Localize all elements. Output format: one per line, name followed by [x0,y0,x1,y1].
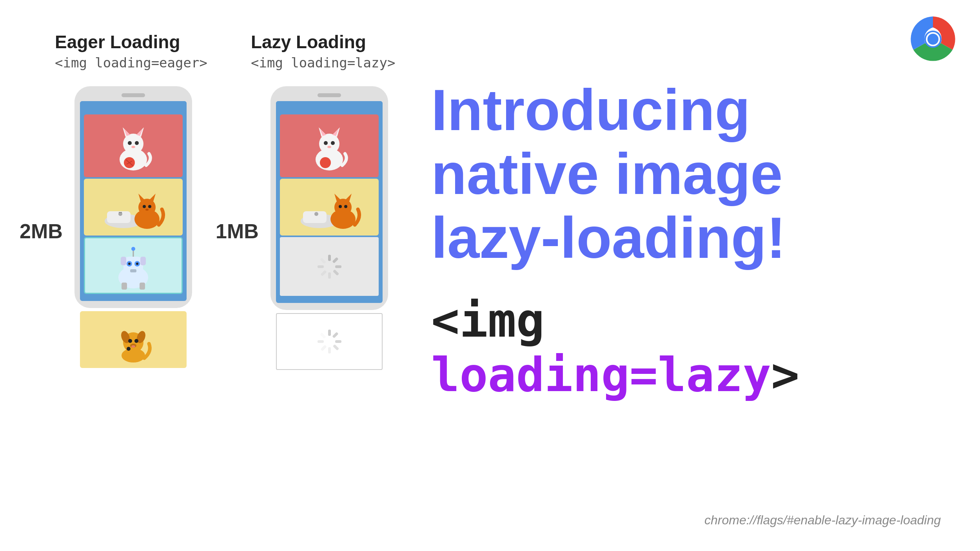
svg-rect-30 [140,257,146,265]
svg-point-24 [145,208,149,210]
lazy-card-3-spinner [280,237,379,296]
intro-section: Introducing native image lazy-loading! <… [431,78,933,402]
svg-rect-79 [320,345,327,351]
svg-point-12 [131,146,135,148]
svg-rect-35 [130,269,136,272]
svg-point-64 [339,205,342,208]
phone-speaker [122,93,145,97]
lazy-code: <img loading=lazy> [251,55,408,71]
intro-title: Introducing native image lazy-loading! [431,78,933,270]
intro-line2: native image [431,141,783,206]
eager-card-3 [84,237,183,294]
svg-point-65 [344,205,347,208]
svg-rect-74 [328,330,331,336]
svg-point-11 [135,141,139,145]
eager-phone [74,86,192,368]
svg-point-43 [134,339,138,343]
svg-point-45 [131,345,135,348]
lazy-title: Lazy Loading [251,31,408,53]
svg-point-5 [123,134,143,154]
lazy-loading-section: Lazy Loading <img loading=lazy> [251,31,408,370]
svg-rect-81 [319,332,326,339]
svg-rect-75 [328,347,331,353]
svg-rect-73 [319,257,326,264]
svg-rect-68 [335,265,341,268]
svg-rect-69 [318,265,324,268]
code-example: <img loading=lazy> [431,293,933,402]
footer-url: chrome://flags/#enable-lazy-image-loadin… [704,513,941,527]
lazy-screen [276,101,383,303]
svg-point-46 [127,347,131,351]
svg-point-54 [331,141,335,145]
eager-size-label: 2MB [20,219,63,243]
svg-point-56 [320,157,331,168]
svg-point-59 [314,212,318,216]
svg-rect-70 [332,257,338,263]
lazy-phone [270,86,388,370]
svg-rect-29 [121,257,126,265]
svg-rect-76 [335,340,341,343]
svg-point-22 [143,205,146,208]
eager-title: Eager Loading [55,31,212,53]
svg-point-10 [128,141,132,145]
lazy-size-label: 1MB [216,219,259,243]
svg-point-3 [927,34,938,45]
svg-rect-26 [122,283,127,290]
svg-rect-80 [332,344,339,350]
code-suffix: > [771,348,799,402]
svg-point-53 [324,141,328,145]
svg-rect-72 [332,269,339,276]
lazy-card-2 [280,179,379,236]
intro-line1: Introducing [431,78,750,142]
code-keyword: loading=lazy [431,348,771,402]
eager-card-1 [84,114,183,177]
code-prefix: <img [431,293,544,348]
svg-rect-77 [318,340,324,343]
svg-point-37 [131,247,135,251]
svg-point-34 [136,263,138,265]
svg-point-48 [319,134,339,154]
eager-screen [80,101,187,301]
lazy-card-4-spinner [276,313,383,370]
eager-code: <img loading=eager> [55,55,212,71]
chrome-logo [909,16,956,63]
intro-line3: lazy-loading! [431,205,786,270]
svg-point-42 [128,339,132,343]
svg-point-23 [148,205,151,208]
svg-rect-67 [328,272,331,279]
svg-rect-71 [320,270,327,276]
svg-rect-66 [328,255,331,261]
lazy-card-1 [280,114,379,177]
lazy-phone-speaker [318,93,341,97]
eager-card-4 [80,311,187,368]
eager-loading-section: Eager Loading <img loading=eager> [55,31,212,368]
svg-rect-27 [140,283,145,290]
eager-card-2 [84,179,183,236]
svg-rect-78 [332,332,338,338]
svg-point-55 [327,146,331,148]
svg-point-33 [128,263,131,265]
